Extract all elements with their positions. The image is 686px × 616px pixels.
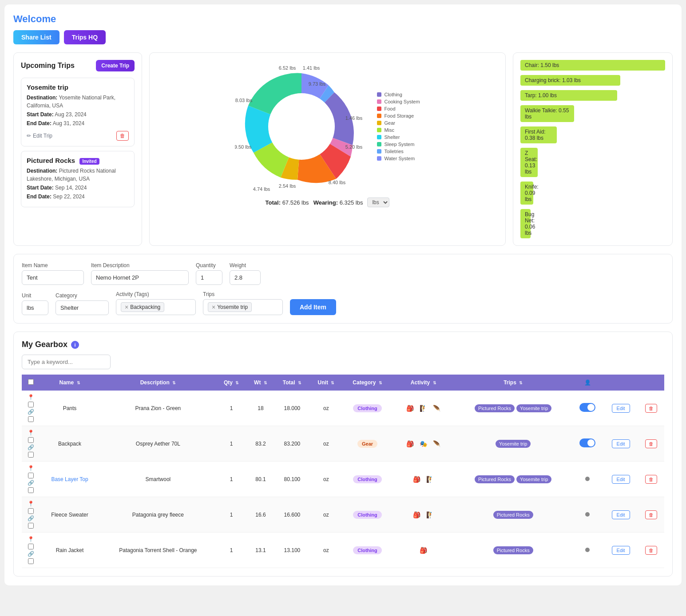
row-checkbox-2[interactable]: [28, 416, 34, 422]
table-row: 📍 🔗 Rain JacketPatagonia Torrent Shell -…: [22, 533, 664, 568]
weight-bar-label-first-aid: First Aid: 0.38 lbs: [520, 126, 557, 143]
trips-hq-button[interactable]: Trips HQ: [64, 30, 106, 44]
col-category[interactable]: Category ⇅: [342, 375, 393, 391]
edit-button[interactable]: Edit: [612, 404, 630, 413]
share-list-button[interactable]: Share List: [13, 30, 59, 44]
trip-badge: Yosemite trip: [496, 440, 531, 448]
link-icon[interactable]: 🔗: [28, 409, 34, 415]
row-checkbox-2[interactable]: [28, 487, 34, 493]
top-buttons: Share List Trips HQ: [13, 30, 673, 44]
edit-button[interactable]: Edit: [612, 439, 630, 448]
add-item-button[interactable]: Add Item: [290, 299, 336, 315]
row-edit[interactable]: Edit: [603, 462, 638, 497]
create-trip-button[interactable]: Create Trip: [96, 60, 135, 71]
row-controls: 📍 🔗: [22, 391, 40, 426]
delete-trip-yosemite-button[interactable]: 🗑: [116, 131, 129, 141]
row-toggle[interactable]: [572, 462, 603, 497]
edit-trip-yosemite-button[interactable]: ✏ Edit Trip: [27, 133, 52, 139]
row-checkbox[interactable]: [28, 544, 34, 549]
category-label: Category: [56, 292, 109, 299]
wearing-label: Wearing: 6.325 lbs: [313, 199, 363, 206]
edit-button[interactable]: Edit: [612, 475, 630, 484]
item-name-link[interactable]: Base Layer Top: [51, 476, 88, 482]
toggle-neutral[interactable]: [585, 477, 590, 481]
pin-icon[interactable]: 📍: [28, 501, 34, 507]
activity-icon: 🧗: [424, 509, 436, 521]
upcoming-trips-title: Upcoming Trips: [21, 62, 75, 70]
weight-input[interactable]: [230, 270, 261, 285]
row-toggle[interactable]: [572, 391, 603, 426]
row-edit[interactable]: Edit: [603, 391, 638, 426]
row-toggle[interactable]: [572, 497, 603, 533]
svg-text:9.73 lbs: 9.73 lbs: [309, 81, 326, 87]
row-checkbox[interactable]: [28, 402, 34, 407]
row-delete[interactable]: 🗑: [638, 497, 664, 533]
trip-end-pr: End Date: Sep 22, 2024: [27, 193, 129, 201]
row-total: 13.100: [274, 533, 310, 568]
row-checkbox-2[interactable]: [28, 558, 34, 564]
pin-icon[interactable]: 📍: [28, 430, 34, 436]
row-checkbox-2[interactable]: [28, 452, 34, 458]
edit-button[interactable]: Edit: [612, 510, 630, 519]
item-desc-input[interactable]: [91, 270, 189, 285]
pin-icon[interactable]: 📍: [28, 465, 34, 471]
activity-tag-x[interactable]: ×: [125, 304, 128, 311]
delete-button[interactable]: 🗑: [645, 475, 657, 484]
link-icon[interactable]: 🔗: [28, 444, 34, 450]
delete-button[interactable]: 🗑: [645, 404, 657, 413]
link-icon[interactable]: 🔗: [28, 515, 34, 521]
select-all-checkbox[interactable]: [28, 379, 34, 385]
donut-footer: Total: 67.526 lbs Wearing: 6.325 lbs lbs…: [266, 197, 390, 207]
weight-bar-label-walkie: Walkie Talkie: 0.55 lbs: [520, 105, 574, 122]
link-icon[interactable]: 🔗: [28, 480, 34, 486]
row-checkbox[interactable]: [28, 508, 34, 514]
link-icon[interactable]: 🔗: [28, 551, 34, 557]
category-input[interactable]: [56, 300, 109, 315]
quantity-input[interactable]: [196, 270, 222, 285]
toggle-neutral[interactable]: [585, 548, 590, 552]
row-edit[interactable]: Edit: [603, 426, 638, 462]
col-activity[interactable]: Activity ⇅: [393, 375, 455, 391]
row-controls: 📍 🔗: [22, 533, 40, 568]
trip-badge: Pictured Rocks: [475, 475, 515, 483]
toggle-on[interactable]: [579, 438, 595, 447]
col-wt[interactable]: Wt ⇅: [247, 375, 274, 391]
row-delete[interactable]: 🗑: [638, 533, 664, 568]
delete-button[interactable]: 🗑: [645, 510, 657, 519]
col-name[interactable]: Name ⇅: [40, 375, 100, 391]
item-name-input[interactable]: [22, 270, 84, 285]
delete-button[interactable]: 🗑: [645, 546, 657, 555]
col-description[interactable]: Description ⇅: [100, 375, 216, 391]
row-total: 80.100: [274, 462, 310, 497]
activity-tag-input[interactable]: × Backpacking: [116, 299, 196, 315]
unit-input[interactable]: [22, 300, 48, 315]
row-toggle[interactable]: [572, 533, 603, 568]
delete-button[interactable]: 🗑: [645, 439, 657, 448]
row-edit[interactable]: Edit: [603, 497, 638, 533]
row-delete[interactable]: 🗑: [638, 391, 664, 426]
trips-tag-input[interactable]: × Yosemite trip: [203, 299, 283, 315]
gearbox-search[interactable]: [22, 355, 111, 369]
pin-icon[interactable]: 📍: [28, 394, 34, 400]
row-checkbox[interactable]: [28, 473, 34, 478]
row-delete[interactable]: 🗑: [638, 462, 664, 497]
unit-label: Unit: [22, 292, 48, 299]
col-unit[interactable]: Unit ⇅: [310, 375, 342, 391]
pin-icon[interactable]: 📍: [28, 536, 34, 542]
toggle-neutral[interactable]: [585, 512, 590, 517]
row-edit[interactable]: Edit: [603, 533, 638, 568]
row-delete[interactable]: 🗑: [638, 426, 664, 462]
trip-start-yosemite: Start Date: Aug 23, 2024: [27, 111, 129, 118]
row-toggle[interactable]: [572, 426, 603, 462]
col-trips[interactable]: Trips ⇅: [454, 375, 571, 391]
toggle-on[interactable]: [579, 403, 595, 412]
row-checkbox[interactable]: [28, 437, 34, 443]
col-total[interactable]: Total ⇅: [274, 375, 310, 391]
row-wt: 16.6: [247, 497, 274, 533]
row-activity: 🎒🎭🪶: [393, 426, 455, 462]
col-qty[interactable]: Qty ⇅: [216, 375, 247, 391]
row-checkbox-2[interactable]: [28, 523, 34, 529]
trips-tag-x[interactable]: ×: [212, 304, 215, 311]
unit-selector[interactable]: lbs oz kg: [367, 197, 389, 207]
edit-button[interactable]: Edit: [612, 546, 630, 555]
